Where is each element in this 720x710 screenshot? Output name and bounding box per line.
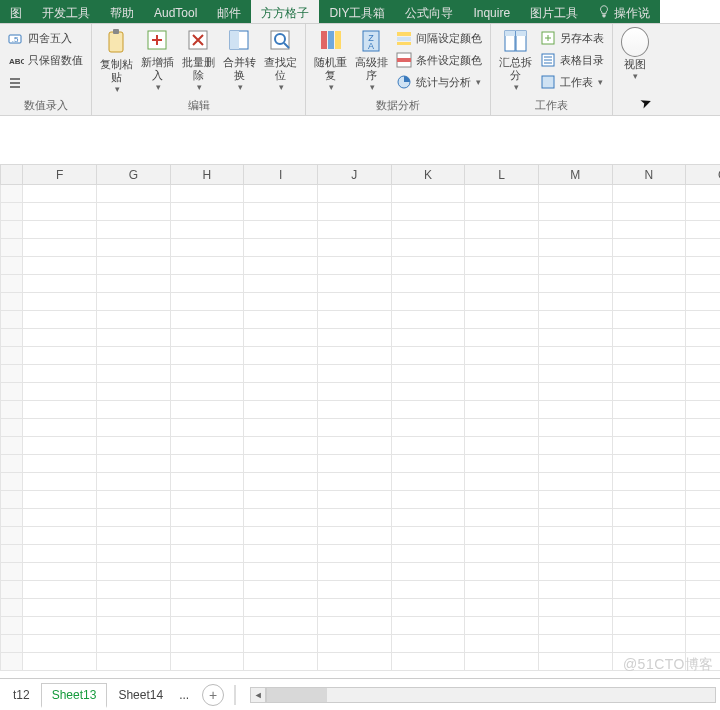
- tab-help[interactable]: 帮助: [100, 0, 144, 23]
- row-header[interactable]: [1, 635, 23, 653]
- row-header[interactable]: [1, 419, 23, 437]
- tab-mail[interactable]: 邮件: [207, 0, 251, 23]
- cell[interactable]: [391, 455, 465, 473]
- cell[interactable]: [538, 293, 612, 311]
- cell[interactable]: [96, 383, 170, 401]
- cell[interactable]: [465, 455, 539, 473]
- cell[interactable]: [612, 653, 686, 671]
- cell[interactable]: [391, 599, 465, 617]
- sheet-tab-active[interactable]: Sheet13: [41, 683, 108, 708]
- scroll-track[interactable]: [266, 687, 716, 703]
- row-header[interactable]: [1, 599, 23, 617]
- cell[interactable]: [96, 491, 170, 509]
- cell[interactable]: [244, 455, 318, 473]
- tab-view[interactable]: 图: [0, 0, 32, 23]
- cell[interactable]: [612, 491, 686, 509]
- cell[interactable]: [686, 527, 720, 545]
- cell[interactable]: [96, 653, 170, 671]
- cell[interactable]: [465, 473, 539, 491]
- cell[interactable]: [317, 473, 391, 491]
- row-header[interactable]: [1, 329, 23, 347]
- cell[interactable]: [244, 185, 318, 203]
- cell[interactable]: [538, 509, 612, 527]
- row-header[interactable]: [1, 401, 23, 419]
- cell[interactable]: [244, 347, 318, 365]
- cell[interactable]: [391, 635, 465, 653]
- cell[interactable]: [96, 419, 170, 437]
- cell[interactable]: [170, 527, 244, 545]
- sheet-tab-next[interactable]: Sheet14: [107, 683, 174, 706]
- cell[interactable]: [391, 473, 465, 491]
- cell[interactable]: [612, 563, 686, 581]
- cell[interactable]: [612, 311, 686, 329]
- copy-paste-button[interactable]: 复制粘 贴▾: [96, 26, 137, 94]
- scroll-left-button[interactable]: ◄: [250, 687, 266, 703]
- cell[interactable]: [686, 203, 720, 221]
- cell[interactable]: [538, 545, 612, 563]
- cell[interactable]: [23, 455, 97, 473]
- cell[interactable]: [96, 185, 170, 203]
- row-header[interactable]: [1, 203, 23, 221]
- cell[interactable]: [96, 293, 170, 311]
- cell[interactable]: [391, 293, 465, 311]
- cell[interactable]: [23, 437, 97, 455]
- cell[interactable]: [96, 437, 170, 455]
- worksheet-button[interactable]: 工作表▾: [538, 72, 606, 92]
- cell[interactable]: [244, 491, 318, 509]
- cell[interactable]: [612, 455, 686, 473]
- cell[interactable]: [96, 599, 170, 617]
- cell[interactable]: [244, 581, 318, 599]
- cell[interactable]: [317, 203, 391, 221]
- cell[interactable]: [317, 545, 391, 563]
- cell[interactable]: [96, 347, 170, 365]
- cell[interactable]: [538, 527, 612, 545]
- cell[interactable]: [465, 221, 539, 239]
- cell[interactable]: [317, 311, 391, 329]
- cell[interactable]: [244, 365, 318, 383]
- cell[interactable]: [23, 599, 97, 617]
- cell[interactable]: [170, 437, 244, 455]
- cell[interactable]: [391, 419, 465, 437]
- cell[interactable]: [96, 221, 170, 239]
- row-header[interactable]: [1, 437, 23, 455]
- cell[interactable]: [23, 401, 97, 419]
- cell[interactable]: [317, 257, 391, 275]
- cell[interactable]: [612, 545, 686, 563]
- cell[interactable]: [170, 491, 244, 509]
- cell[interactable]: [465, 347, 539, 365]
- cell[interactable]: [612, 329, 686, 347]
- cell[interactable]: [23, 365, 97, 383]
- cell[interactable]: [391, 545, 465, 563]
- cell[interactable]: [391, 275, 465, 293]
- cell[interactable]: [23, 383, 97, 401]
- cell[interactable]: [170, 203, 244, 221]
- cell[interactable]: [465, 185, 539, 203]
- cell[interactable]: [465, 311, 539, 329]
- cell[interactable]: [538, 329, 612, 347]
- cell[interactable]: [612, 419, 686, 437]
- cell[interactable]: [465, 545, 539, 563]
- cell[interactable]: [391, 239, 465, 257]
- cell[interactable]: [244, 203, 318, 221]
- cell[interactable]: [391, 347, 465, 365]
- stat-analysis-button[interactable]: 统计与分析▾: [394, 72, 484, 92]
- cell[interactable]: [538, 419, 612, 437]
- cell[interactable]: [170, 563, 244, 581]
- cell[interactable]: [465, 527, 539, 545]
- cell[interactable]: [23, 257, 97, 275]
- cell[interactable]: [465, 437, 539, 455]
- cell[interactable]: [317, 239, 391, 257]
- cell[interactable]: [465, 509, 539, 527]
- cell[interactable]: [538, 581, 612, 599]
- row-header[interactable]: [1, 509, 23, 527]
- cell[interactable]: [96, 239, 170, 257]
- cell[interactable]: [317, 419, 391, 437]
- cell[interactable]: [612, 509, 686, 527]
- cell[interactable]: [686, 473, 720, 491]
- cell[interactable]: [317, 653, 391, 671]
- cell[interactable]: [244, 527, 318, 545]
- cell[interactable]: [23, 653, 97, 671]
- cell[interactable]: [96, 203, 170, 221]
- cell[interactable]: [686, 491, 720, 509]
- cell[interactable]: [170, 221, 244, 239]
